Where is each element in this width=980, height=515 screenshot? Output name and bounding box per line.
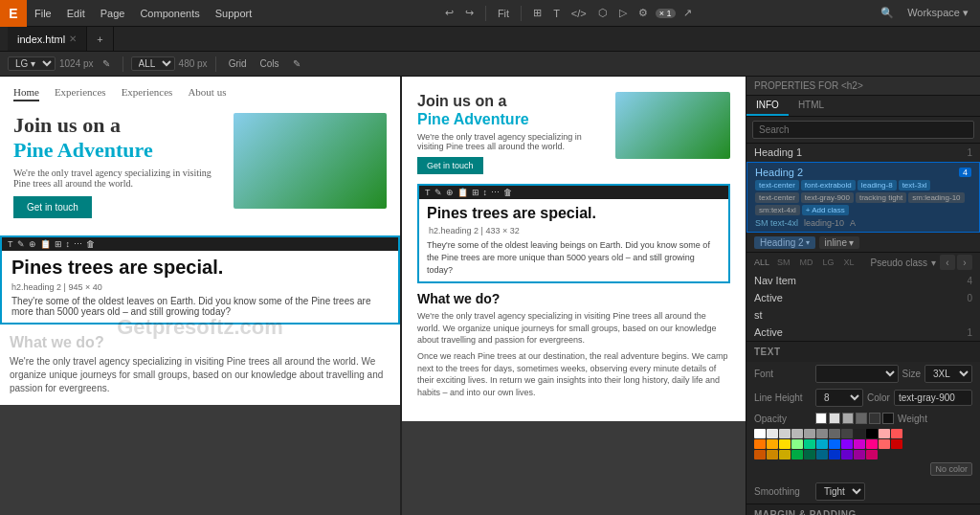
cr3[interactable]	[879, 439, 890, 449]
cy1[interactable]	[779, 439, 791, 449]
menu-edit[interactable]: Edit	[59, 0, 93, 26]
bp-lg[interactable]: LG	[819, 257, 838, 268]
right-hero-cta[interactable]: Get in touch	[417, 157, 483, 174]
cb3[interactable]	[816, 450, 828, 459]
next-button[interactable]: ›	[957, 255, 972, 270]
nav-home[interactable]: Home	[13, 86, 39, 101]
nav-exp2[interactable]: Experiences	[122, 86, 173, 101]
swatch-darkest[interactable]	[882, 413, 894, 424]
style-st[interactable]: st	[746, 306, 980, 324]
layout-button[interactable]: ⊞	[529, 5, 546, 21]
c6[interactable]	[816, 429, 828, 438]
c2[interactable]	[767, 429, 778, 438]
element-mode[interactable]: inline ▾	[819, 236, 859, 249]
c1[interactable]	[754, 429, 766, 438]
edit2-icon[interactable]: ✎	[288, 56, 305, 71]
cg3[interactable]	[791, 450, 803, 459]
cm2[interactable]	[854, 450, 865, 459]
cr1[interactable]	[879, 429, 890, 438]
c4[interactable]	[791, 429, 803, 438]
cg1[interactable]	[791, 439, 803, 449]
menu-components[interactable]: Components	[132, 0, 207, 26]
swatch-dark[interactable]	[856, 413, 867, 424]
search-button[interactable]: 🔍	[877, 5, 898, 21]
co2[interactable]	[767, 439, 778, 449]
cp3[interactable]	[841, 450, 853, 459]
settings-button[interactable]: ⚙	[635, 5, 652, 21]
cr2[interactable]	[891, 429, 902, 438]
nav-exp1[interactable]: Experiences	[55, 86, 106, 101]
style-active1[interactable]: Active 0	[746, 289, 980, 306]
font-select[interactable]	[815, 365, 899, 383]
search-input[interactable]	[752, 121, 974, 139]
menu-page[interactable]: Page	[93, 0, 133, 26]
fit-button[interactable]: Fit	[494, 6, 513, 21]
bp-sm[interactable]: SM	[773, 257, 794, 268]
smoothing-select[interactable]: Tight	[815, 482, 865, 501]
tag-add[interactable]: + Add class	[802, 205, 849, 215]
type-button[interactable]: T	[549, 6, 564, 21]
c3[interactable]	[779, 429, 791, 438]
cg4[interactable]	[804, 450, 815, 459]
cy2[interactable]	[779, 450, 791, 459]
cp1[interactable]	[841, 439, 853, 449]
element-tag[interactable]: Heading 2 ▾	[754, 236, 815, 249]
cm1[interactable]	[854, 439, 865, 449]
color-input[interactable]	[894, 390, 972, 406]
grid-button[interactable]: Grid	[224, 56, 252, 71]
code-button[interactable]: </>	[568, 6, 590, 21]
tab-new[interactable]: +	[87, 27, 113, 51]
menu-file[interactable]: File	[27, 0, 59, 26]
tab-html[interactable]: HTML	[789, 96, 834, 116]
swatch-darker[interactable]	[869, 413, 880, 424]
swatch-gray[interactable]	[829, 413, 840, 424]
lg-breakpoint-select[interactable]: LG ▾	[8, 56, 56, 71]
nav-about[interactable]: About us	[188, 86, 226, 101]
cp2[interactable]	[866, 439, 878, 449]
swatch-white[interactable]	[815, 413, 827, 424]
co3[interactable]	[754, 450, 766, 459]
style-heading1[interactable]: Heading 1 1	[746, 144, 980, 161]
share-button[interactable]: ↗	[679, 5, 696, 21]
cols-button[interactable]: Cols	[256, 56, 284, 71]
bp-md[interactable]: MD	[796, 257, 817, 268]
cp4[interactable]	[866, 450, 878, 459]
c8[interactable]	[841, 429, 853, 438]
swatch-gray2[interactable]	[842, 413, 854, 424]
workspace-button[interactable]: Workspace ▾	[903, 5, 972, 21]
redo-button[interactable]: ↪	[461, 5, 478, 21]
style-nav-item[interactable]: Nav Item 4	[746, 272, 980, 289]
tab-info[interactable]: INFO	[746, 96, 789, 116]
all-select[interactable]: ALL	[131, 56, 175, 71]
size-select[interactable]: 3XL	[924, 365, 972, 383]
undo-button[interactable]: ↩	[441, 5, 457, 21]
cg2[interactable]	[804, 439, 815, 449]
c5[interactable]	[804, 429, 815, 438]
prev-button[interactable]: ‹	[940, 255, 955, 270]
style-heading2[interactable]: Heading 2 4 text-center font-extrabold l…	[746, 162, 980, 233]
lh-select[interactable]: 8	[815, 389, 863, 407]
c10[interactable]	[866, 429, 878, 438]
c9[interactable]	[854, 429, 865, 438]
cb1[interactable]	[816, 439, 828, 449]
hero-cta-button[interactable]: Get in touch	[13, 196, 92, 218]
tab-index-html[interactable]: index.html ✕	[8, 27, 87, 51]
no-color-button[interactable]: No color	[930, 462, 972, 476]
style-active2[interactable]: Active 1	[746, 324, 980, 341]
right-selected-element[interactable]: T ✎ ⊕ 📋 ⊞ ↕ ⋯ 🗑 Pines trees are special.…	[417, 184, 730, 283]
edit-icon[interactable]: ✎	[98, 56, 115, 71]
cr4[interactable]	[891, 439, 902, 449]
selected-element-left[interactable]: T ✎ ⊕ 📋 ⊞ ↕ ⋯ 🗑 Pines trees are special.…	[0, 235, 400, 325]
preview-button[interactable]: ▷	[615, 5, 631, 21]
component-button[interactable]: ⬡	[594, 5, 612, 21]
co4[interactable]	[767, 450, 778, 459]
c7[interactable]	[829, 429, 840, 438]
right-canvas[interactable]: Join us on a Pine Adventure We're the on…	[402, 77, 746, 515]
co1[interactable]	[754, 439, 766, 449]
cb4[interactable]	[829, 450, 840, 459]
bp-xl[interactable]: XL	[840, 257, 858, 268]
menu-support[interactable]: Support	[208, 0, 260, 26]
tab-close[interactable]: ✕	[69, 34, 77, 44]
left-canvas[interactable]: Home Experiences Experiences About us Jo…	[0, 77, 402, 515]
cb2[interactable]	[829, 439, 840, 449]
